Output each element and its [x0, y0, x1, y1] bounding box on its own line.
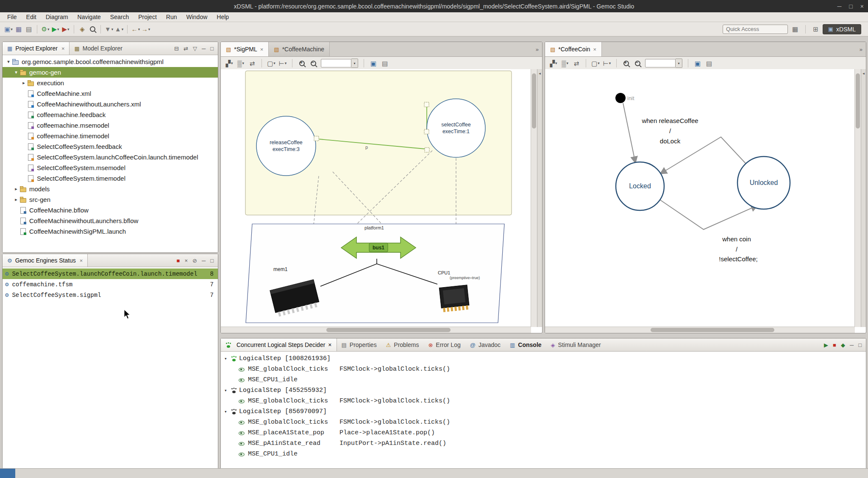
mse-row[interactable]: MSE_globalClock_ticksFSMClock->globalClo… — [221, 364, 866, 375]
link-with-editor-icon[interactable]: ⇄ — [184, 45, 188, 52]
transition-init-locked[interactable] — [623, 103, 635, 162]
quick-access-input[interactable] — [723, 25, 788, 34]
window-maximize-icon[interactable]: □ — [849, 3, 852, 10]
tab-coffeemachine[interactable]: ▧ *CoffeeMachine — [269, 42, 330, 56]
horizontal-scrollbar[interactable] — [221, 327, 531, 333]
mse-row[interactable]: MSE_globalClock_ticksFSMClock->globalClo… — [221, 417, 866, 428]
maximize-icon[interactable]: □ — [858, 342, 862, 348]
new-wizard-icon[interactable]: ◈ — [78, 24, 87, 34]
filters-icon[interactable]: ▒▾ — [236, 59, 245, 68]
grid-icon[interactable]: ▦ — [792, 25, 798, 33]
menu-window[interactable]: Window — [181, 12, 212, 22]
tab-problems[interactable]: ⚠Problems — [381, 338, 424, 351]
tab-overflow-icon[interactable]: » — [536, 46, 539, 53]
select-mode-icon[interactable]: ▢▾ — [267, 59, 276, 68]
tab-coffeecoin[interactable]: ▧ *CoffeeCoin × — [545, 42, 602, 56]
tree-item[interactable]: SelectCoffeeSystem.msemodel — [3, 162, 218, 173]
zoom-level-input[interactable] — [645, 59, 676, 67]
close-icon[interactable]: × — [593, 46, 597, 53]
engine-row[interactable]: ⚙SelectCoffeeSystem.sigpml7 — [3, 290, 218, 300]
palette-collapsed-strip[interactable]: ◂ — [861, 69, 866, 327]
dispose-engine-icon[interactable]: × — [184, 257, 188, 264]
dispose-all-icon[interactable]: ⊘ — [192, 257, 197, 264]
maximize-icon[interactable]: □ — [210, 45, 214, 52]
expander-icon[interactable]: ▾ — [224, 388, 231, 393]
scrollbar-thumb[interactable] — [856, 73, 860, 129]
expander-icon[interactable]: ▾ — [224, 356, 231, 361]
run-icon[interactable]: ▶▾ — [51, 24, 60, 34]
align-icon[interactable]: ⊢▾ — [602, 59, 612, 68]
mse-row[interactable]: MSE_CPU1_idle — [221, 375, 866, 385]
view-menu-icon[interactable]: ▽ — [193, 45, 197, 52]
tree-item[interactable]: coffeemachine.timemodel — [3, 131, 218, 141]
expander-icon[interactable]: ▾ — [13, 70, 19, 75]
tree-item[interactable]: SelectCoffeeSystem.feedback — [3, 141, 218, 152]
minimize-icon[interactable]: ─ — [202, 257, 206, 264]
scrollbar-thumb[interactable] — [651, 328, 774, 332]
external-tools-icon[interactable]: ▶▾ — [61, 24, 70, 34]
zoom-in-icon[interactable] — [297, 59, 306, 68]
tree-item[interactable]: ▸execution — [3, 78, 218, 88]
maximize-icon[interactable]: □ — [210, 257, 214, 264]
expander-icon[interactable]: ▸ — [13, 197, 19, 202]
logical-step-row[interactable]: ▾LogicalStep [455255932] — [221, 385, 866, 396]
tab-concurrent-logical-steps-decider[interactable]: Concurrent Logical Steps Decider× — [221, 338, 337, 351]
expander-icon[interactable]: ▾ — [5, 59, 12, 64]
scrollbar-thumb[interactable] — [532, 73, 536, 129]
tab-console[interactable]: ▥Console — [505, 338, 546, 351]
tree-item[interactable]: SelectCoffeeSystem.timemodel — [3, 173, 218, 184]
search-icon[interactable] — [88, 24, 97, 34]
tree-item[interactable]: ▸models — [3, 184, 218, 194]
prev-annotation-icon[interactable]: ▲▾ — [114, 24, 124, 34]
scrollbar-thumb[interactable] — [326, 328, 451, 332]
link-with-editor-icon[interactable]: ⇄ — [572, 59, 581, 68]
agent-selectcoffee[interactable] — [427, 99, 485, 157]
tab-model-explorer[interactable]: ▩ Model Explorer — [70, 42, 127, 55]
zoom-dropdown-icon[interactable]: ▾ — [676, 59, 682, 68]
vertical-scrollbar[interactable] — [854, 69, 861, 327]
tree-item[interactable]: ▾org.gemoc.sample.bcool.coffeemachinewit… — [3, 56, 218, 67]
menu-search[interactable]: Search — [106, 12, 134, 22]
new-icon[interactable]: ▣▾ — [4, 24, 13, 34]
window-close-icon[interactable]: × — [860, 3, 864, 10]
mse-row[interactable]: MSE_pA1inState_readInputPort->pA1inState… — [221, 438, 866, 449]
export-image-icon[interactable]: ▣ — [369, 59, 378, 68]
logical-step-row[interactable]: ▾LogicalStep [856970097] — [221, 406, 866, 417]
perspective-xdsml-button[interactable]: ▣ xDSML — [823, 24, 861, 34]
close-icon[interactable]: × — [260, 46, 264, 53]
menu-file[interactable]: File — [3, 12, 22, 22]
back-icon[interactable]: ←▾ — [131, 24, 140, 34]
debug-icon[interactable]: ⚙▾ — [41, 24, 50, 34]
menu-run[interactable]: Run — [161, 12, 182, 22]
window-minimize-icon[interactable]: ─ — [837, 3, 841, 10]
close-icon[interactable]: × — [328, 341, 331, 348]
save-icon[interactable]: ▦ — [14, 24, 23, 34]
tab-properties[interactable]: ▤Properties — [337, 338, 381, 351]
tree-item[interactable]: SelectCoffeeSystem.launchCoffeeCoin.laun… — [3, 152, 218, 162]
coffeecoin-canvas-area[interactable]: init when releaseCoffee / doLock Locked … — [545, 69, 855, 327]
transition-locked-unlocked[interactable] — [660, 200, 757, 229]
tab-project-explorer[interactable]: ▦ Project Explorer × — [3, 42, 70, 55]
next-annotation-icon[interactable]: ▼▾ — [104, 24, 114, 34]
expander-icon[interactable]: ▸ — [20, 80, 27, 86]
tree-item[interactable]: ▸src-gen — [3, 194, 218, 205]
mse-row[interactable]: MSE_placeA1State_popPlace->placeA1State.… — [221, 428, 866, 438]
logical-step-row[interactable]: ▾LogicalStep [1008261936] — [221, 353, 866, 364]
menu-edit[interactable]: Edit — [22, 12, 41, 22]
print-icon[interactable]: ▤ — [704, 59, 714, 68]
tree-item[interactable]: CoffeeMachinewithoutLaunchers.bflow — [3, 215, 218, 226]
tab-gemoc-engines-status[interactable]: ⚙ Gemoc Engines Status × — [3, 254, 88, 267]
print-icon[interactable]: ▤ — [380, 59, 389, 68]
shield-icon[interactable]: ◆ — [841, 342, 845, 348]
palette-collapsed-strip[interactable]: ◂ — [537, 69, 542, 327]
forward-icon[interactable]: →▾ — [141, 24, 150, 34]
zoom-dropdown-icon[interactable]: ▾ — [351, 59, 358, 68]
menu-project[interactable]: Project — [134, 12, 161, 22]
arrange-icon[interactable]: ▞▾ — [549, 59, 558, 68]
tab-overflow-icon[interactable]: » — [860, 46, 862, 53]
tab-javadoc[interactable]: @Javadoc — [465, 338, 505, 351]
tab-sigpml[interactable]: ▧ *SigPML × — [221, 42, 269, 56]
zoom-out-icon[interactable] — [633, 59, 642, 68]
expander-icon[interactable]: ▾ — [224, 409, 231, 414]
print-icon[interactable]: ▤ — [24, 24, 33, 34]
